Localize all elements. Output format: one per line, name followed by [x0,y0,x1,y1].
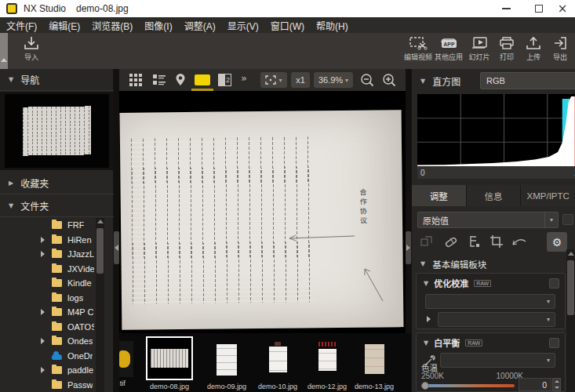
straighten-icon[interactable] [511,234,527,249]
picture-control-sub-dropdown[interactable]: ▾ [438,312,555,327]
folder-icon [52,279,62,287]
adjustments-scrollbar[interactable] [566,249,575,392]
other-apps-button[interactable]: APP 其他应用 [431,36,466,67]
zoom-level-dropdown[interactable]: 36.9% ▾ [314,72,353,88]
filmstrip-thumbnail[interactable]: .tif [119,341,133,387]
navigation-section-header[interactable]: ▼ 导航 [0,69,114,91]
zoom-1to1-button[interactable]: x1 [291,72,310,88]
folder-icon [52,308,62,316]
temp-min-label: 2500K [421,372,444,380]
expand-arrow-icon[interactable] [427,316,431,322]
color-temp-stepper[interactable] [552,378,561,391]
thumbnail-image[interactable] [314,339,341,380]
panel-tabs: 调整 信息 XMP/IPTC [412,185,575,206]
retouch-brush-icon[interactable] [444,234,458,249]
filmstrip-thumbnail[interactable]: demo-13.jpg [355,338,394,390]
scroll-up-icon[interactable] [97,220,104,223]
basic-edit-section-header[interactable]: ▼ 基本编辑板块 [412,256,566,272]
fit-to-screen-dropdown[interactable]: ▾ [260,72,287,88]
step-up-icon[interactable] [555,380,559,383]
picture-control-header[interactable]: ▼ 优化校准 RAW [417,274,565,289]
folder-tree-scrollbar[interactable] [96,218,104,392]
import-button[interactable]: 导入 [14,36,49,67]
image-view-button-active[interactable] [195,74,210,85]
white-balance-dropdown[interactable]: ▾ [440,353,555,368]
slider-handle[interactable] [421,382,429,390]
tab-info[interactable]: 信息 [467,185,522,206]
picture-control-checkbox[interactable] [549,278,559,289]
dropdown-button[interactable]: ▾ [544,212,558,227]
menu-bar: 文件(F)编辑(E)浏览器(B)图像(I)调整(A)显示(V)窗口(W)帮助(H… [0,17,575,33]
menu-item[interactable]: 编辑(E) [49,19,80,32]
menu-item[interactable]: 窗口(W) [271,19,304,32]
right-panel-collapse-handle[interactable] [406,231,411,264]
color-temp-value-field[interactable]: 0 [519,378,551,391]
list-view-button[interactable] [152,73,166,87]
thumbnail-image[interactable] [359,338,390,380]
white-balance-header[interactable]: ▼ 白平衡 RAW [417,333,565,349]
histogram-section-header[interactable]: ▼ 直方图 RGB ▾ [412,69,575,93]
zoom-in-button[interactable] [381,73,397,88]
crop-icon[interactable] [489,234,504,249]
histogram-title: 直方图 [432,74,460,88]
close-button[interactable]: × [551,0,574,17]
filmstrip-thumbnail[interactable]: demo-12.jpg [308,339,347,390]
dropdown-button[interactable]: ▾ [542,354,555,367]
adjustment-list-icon[interactable] [468,234,482,249]
expand-arrow-icon[interactable] [41,237,45,243]
scrollbar-thumb[interactable] [96,228,104,274]
channel-value: RGB [481,76,575,85]
left-panel-collapse-handle[interactable] [114,231,119,264]
filmstrip-thumbnail[interactable]: demo-09.jpg [207,339,246,390]
navigation-label: 导航 [20,73,39,86]
minimize-button[interactable] [494,0,518,17]
menu-item[interactable]: 帮助(H) [316,19,348,32]
menu-item[interactable]: 文件(F) [6,19,37,32]
thumbnail-image[interactable] [146,336,193,380]
map-pin-view-button[interactable] [174,73,187,87]
tab-xmp-iptc[interactable]: XMP/IPTC [521,185,575,206]
export-button[interactable]: 导出 [543,36,575,67]
scroll-up-icon[interactable] [568,252,574,256]
video-edit-button[interactable]: 编辑视频 [401,36,435,67]
scrollbar-thumb[interactable] [567,260,574,315]
copy-adjustments-icon[interactable] [420,234,434,249]
histogram-channel-dropdown[interactable]: RGB ▾ [480,72,575,89]
zoom-out-button[interactable] [359,73,375,88]
compare-view-button[interactable]: 2 [218,74,231,86]
grid-view-button[interactable] [129,73,143,87]
menu-item[interactable]: 显示(V) [227,19,259,32]
image-canvas[interactable]: 合作协议 [119,91,406,333]
thumbnail-image[interactable] [213,339,241,380]
step-down-icon[interactable] [555,387,559,389]
preset-save-button[interactable] [562,214,573,225]
white-balance-checkbox[interactable] [549,338,559,348]
maximize-button[interactable] [527,0,551,17]
thumbnail-image[interactable] [264,339,293,380]
navigation-preview[interactable] [5,94,109,168]
more-tools-chevron[interactable]: » [241,72,247,84]
chevron-down-icon: ▾ [345,77,348,84]
dropdown-button[interactable]: ▾ [542,295,555,308]
app-logo-icon [6,3,17,14]
dropdown-button[interactable]: ▾ [542,313,555,326]
filmstrip-thumbnail[interactable]: demo-08.jpg [146,336,193,390]
color-temp-slider[interactable] [422,384,515,387]
menu-item[interactable]: 图像(I) [144,19,172,32]
settings-button[interactable]: ⚙ [547,232,567,252]
thumbnail-image[interactable] [119,341,133,377]
toolbar-collapse-grip[interactable] [0,33,8,69]
tab-adjustments[interactable]: 调整 [412,185,467,206]
preset-dropdown[interactable]: 原始值 ▾ [417,212,559,228]
expand-arrow-icon[interactable] [41,309,45,315]
expand-arrow-icon[interactable] [41,251,45,257]
filmstrip-thumbnail[interactable]: demo-10.jpg [258,339,297,390]
favorites-section-header[interactable]: ▶ 收藏夹 [0,172,114,194]
menu-item[interactable]: 浏览器(B) [92,19,133,32]
menu-item[interactable]: 调整(A) [184,19,216,32]
picture-control-dropdown[interactable]: ▾ [425,294,555,309]
expand-arrow-icon[interactable] [41,367,45,373]
folders-section-header[interactable]: ▼ 文件夹 [0,195,114,217]
expand-arrow-icon[interactable] [41,338,45,344]
histogram-chart [417,94,575,166]
